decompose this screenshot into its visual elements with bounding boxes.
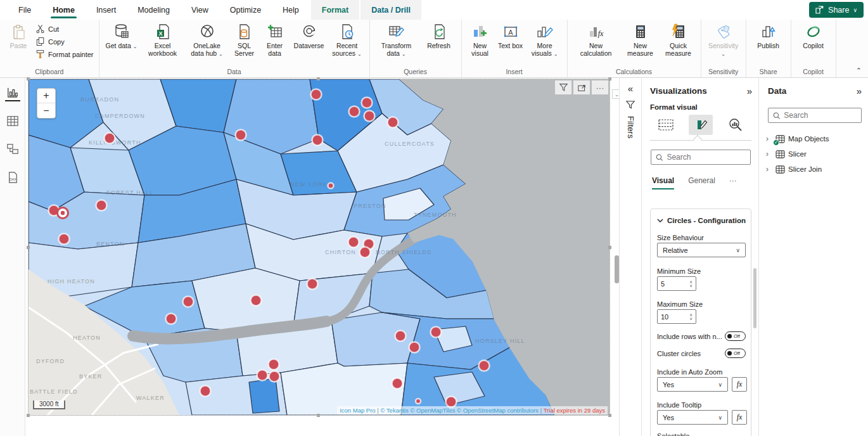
zoom-in-button[interactable]: + (37, 89, 55, 103)
share-icon (815, 6, 824, 14)
minimum-size-stepper[interactable]: 5 ∧∨ (657, 276, 696, 291)
fields-icon (658, 119, 674, 131)
tabs-more-options[interactable]: ··· (729, 176, 737, 189)
cluster-circles-toggle[interactable]: Off (725, 349, 746, 358)
menu-tab-file[interactable]: File (8, 0, 42, 20)
stepper-down-icon[interactable]: ∨ (689, 284, 692, 288)
new-visual-button[interactable]: New visual (466, 21, 495, 58)
attribution-link[interactable]: © OpenMapTiles (410, 407, 455, 414)
text-box-button[interactable]: A Text box (496, 21, 525, 49)
menu-tab-modeling[interactable]: Modeling (127, 0, 181, 20)
report-view-button[interactable] (5, 87, 20, 101)
table-row-map-objects[interactable]: › ✓ Map Objects (766, 131, 864, 146)
ribbon-group-label-sensitivity: Sensitivity (705, 67, 742, 77)
resize-handle[interactable] (608, 246, 611, 249)
expand-chevron-icon[interactable]: › (766, 165, 772, 174)
model-view-button[interactable] (5, 143, 20, 157)
menu-tab-view[interactable]: View (181, 0, 219, 20)
new-calculation-icon: fx (588, 23, 604, 41)
collapse-data-chevron-icon[interactable]: » (857, 86, 862, 96)
table-row-slicer[interactable]: › Slicer (766, 146, 864, 162)
stepper-down-icon[interactable]: ∨ (689, 317, 692, 321)
menu-tab-insert[interactable]: Insert (86, 0, 127, 20)
report-canvas[interactable]: BURRADONCAMPERDOWNKILLINGWORTHFOREST HAL… (25, 78, 619, 436)
sensitivity-button[interactable]: Sensitivity⌄ (705, 21, 742, 58)
svg-text:TYNEMOUTH: TYNEMOUTH (414, 212, 457, 218)
more-visuals-button[interactable]: More visuals ⌄ (527, 21, 563, 58)
share-button[interactable]: Share ∨ (809, 2, 864, 18)
cut-button[interactable]: Cut (34, 23, 95, 34)
build-visual-tab[interactable] (654, 115, 678, 135)
collapse-visualizations-chevron-icon[interactable]: » (747, 86, 752, 96)
menu-tab-home[interactable]: Home (42, 0, 86, 20)
attribution-link[interactable]: © OpenStreetMap contributors (457, 407, 539, 414)
more-options-button[interactable]: ··· (592, 80, 608, 94)
resize-handle[interactable] (27, 77, 30, 80)
ribbon-group-clipboard: Paste Cut Copy Format painter (0, 20, 99, 77)
recent-sources-button[interactable]: Recent sources ⌄ (329, 21, 366, 58)
dataverse-button[interactable]: Dataverse (291, 21, 328, 49)
menu-tab-data-drill[interactable]: Data / Drill (361, 0, 421, 20)
new-measure-button[interactable]: New measure (622, 21, 659, 58)
expand-filters-chevron-icon[interactable]: « (628, 83, 633, 94)
focus-mode-button[interactable] (573, 80, 590, 94)
tab-general[interactable]: General (688, 176, 715, 189)
choropleth-map[interactable]: BURRADONCAMPERDOWNKILLINGWORTHFOREST HAL… (29, 79, 610, 415)
excel-workbook-button[interactable]: X Excel workbook (141, 21, 184, 58)
menu-tab-help[interactable]: Help (272, 0, 310, 20)
size-behaviour-dropdown[interactable]: Relative∨ (657, 243, 746, 257)
copilot-button[interactable]: Copilot (795, 21, 832, 49)
svg-text:BATTLE FIELD: BATTLE FIELD (30, 388, 78, 395)
maximum-size-stepper[interactable]: 10 ∧∨ (657, 309, 696, 324)
copy-button[interactable]: Copy (34, 36, 95, 47)
transform-data-button[interactable]: Transform data ⌄ (374, 21, 419, 58)
resize-handle[interactable] (608, 414, 611, 417)
include-tooltip-fx-button[interactable]: fx (732, 410, 747, 425)
sql-server-button[interactable]: SQL Server (230, 21, 259, 58)
expand-chevron-icon[interactable]: › (766, 134, 772, 143)
map-visual[interactable]: BURRADONCAMPERDOWNKILLINGWORTHFOREST HAL… (28, 79, 610, 416)
chevron-down-icon: ∨ (736, 247, 740, 253)
data-search-box[interactable] (768, 108, 862, 123)
sql-server-icon (236, 23, 253, 41)
data-search-input[interactable] (784, 111, 857, 120)
format-visual-tab[interactable] (689, 115, 713, 135)
expand-chevron-icon[interactable]: › (766, 150, 772, 158)
collapse-ribbon-chevron-icon[interactable]: ⌃ (856, 67, 862, 75)
auto-zoom-dropdown[interactable]: Yes∨ (657, 377, 728, 392)
menu-tab-optimize[interactable]: Optimize (219, 0, 272, 20)
format-search-box[interactable] (651, 150, 751, 165)
include-tooltip-dropdown[interactable]: Yes∨ (657, 410, 728, 425)
format-painter-button[interactable]: Format painter (34, 49, 95, 60)
publish-icon (760, 23, 777, 41)
resize-handle[interactable] (27, 414, 30, 417)
analytics-tab[interactable] (724, 115, 748, 135)
attribution-link[interactable]: © Tekantis (380, 407, 408, 414)
resize-handle[interactable] (608, 77, 611, 80)
auto-zoom-fx-button[interactable]: fx (732, 377, 747, 392)
format-search-input[interactable] (667, 153, 746, 162)
scrollbar-thumb[interactable] (615, 255, 619, 283)
resize-handle[interactable] (27, 246, 30, 249)
dax-query-view-button[interactable]: DAX (5, 171, 20, 186)
table-view-button[interactable] (5, 115, 20, 129)
table-row-slicer-join[interactable]: › Slicer Join (766, 162, 864, 177)
tab-visual[interactable]: Visual (652, 176, 674, 189)
enter-data-button[interactable]: Enter data (260, 21, 290, 58)
get-data-button[interactable]: Get data ⌄ (103, 21, 140, 49)
circles-configuration-header[interactable]: Circles - Configuration (657, 217, 746, 224)
pane-scrollbar-thumb[interactable] (753, 268, 756, 328)
refresh-button[interactable]: Refresh (421, 21, 457, 49)
quick-measure-button[interactable]: Quick measure (660, 21, 697, 58)
search-icon (656, 153, 663, 162)
menu-tab-format[interactable]: Format (311, 0, 359, 20)
new-calculation-button[interactable]: fx New calculation (571, 21, 621, 58)
paste-button[interactable]: Paste (4, 21, 33, 49)
resize-handle[interactable] (317, 414, 320, 417)
resize-handle[interactable] (317, 77, 320, 80)
onelake-data-hub-button[interactable]: OneLake data hub ⌄ (186, 21, 229, 58)
visual-filter-button[interactable] (555, 80, 571, 94)
zoom-out-button[interactable]: − (37, 103, 55, 118)
publish-button[interactable]: Publish (750, 21, 787, 49)
include-rows-toggle[interactable]: Off (725, 331, 746, 341)
